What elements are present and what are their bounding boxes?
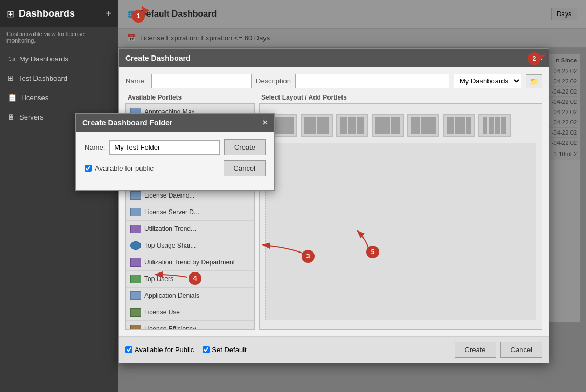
folder-select[interactable]: My Dashboards (454, 74, 521, 88)
desc-label: Description (256, 77, 291, 85)
portlet-label: License Daemo... (144, 192, 194, 199)
portlet-label: License Server D... (144, 208, 199, 216)
server-icon: 🖥 (8, 113, 15, 121)
portlet-item-application-denials[interactable]: Application Denials (126, 288, 254, 304)
sidebar-item-licenses[interactable]: 📋 Licenses (0, 88, 118, 107)
set-default-label: Set Default (212, 346, 246, 354)
folder-modal-header: Create Dashboard Folder × (76, 114, 274, 132)
footer-checks: Available for Public Set Default (125, 346, 247, 354)
grid-icon: ⊞ (8, 74, 14, 82)
dashboards-icon: ⊞ (6, 8, 15, 20)
portlet-item-license-use[interactable]: License Use (126, 304, 254, 321)
portlet-icon (130, 208, 141, 216)
layout-2col-equal[interactable] (301, 114, 333, 137)
portlet-icon (130, 275, 141, 283)
layout-options (265, 114, 536, 137)
available-for-public-label: Available for Public (135, 346, 194, 354)
folder-modal-body: Name: Create Available for public Cancel (76, 132, 274, 190)
modal-footer: Available for Public Set Default Create … (119, 336, 549, 363)
portlet-label: Utilization Trend... (144, 225, 196, 233)
create-dashboard-modal: Create Dashboard × Name Description My D… (118, 48, 549, 363)
sidebar: ⊞ Dashboards + Customizable view for lic… (0, 0, 118, 392)
cancel-dashboard-button[interactable]: Cancel (500, 342, 542, 358)
sidebar-header: ⊞ Dashboards + (0, 0, 118, 27)
modal-close-button[interactable]: × (538, 53, 542, 63)
modal-title: Create Dashboard (125, 54, 191, 62)
portlet-icon (130, 241, 141, 250)
portlet-item-utilization-dept[interactable]: Utilization Trend by Department (126, 254, 254, 271)
sidebar-title: Dashboards (19, 8, 75, 19)
folder-modal-close-button[interactable]: × (263, 118, 268, 128)
portlet-item-utilization-trend[interactable]: Utilization Trend... (126, 221, 254, 237)
folder-public-label: Available for public (95, 164, 154, 172)
folder-public-checkbox[interactable] (85, 165, 92, 172)
folder-action-buttons: Create (224, 139, 266, 155)
folder-name-input[interactable] (109, 140, 220, 155)
sidebar-item-label: Licenses (21, 94, 48, 102)
layout-4col[interactable] (478, 114, 511, 137)
dashboard-desc-input[interactable] (295, 74, 449, 88)
portlet-label: Application Denials (144, 292, 199, 299)
sidebar-item-test-dashboard[interactable]: ⊞ Test Dashboard (0, 68, 118, 88)
portlet-item-license-server[interactable]: License Server D... (126, 204, 254, 221)
folder-name-label: Name: (85, 143, 105, 151)
portlets-col-header: Available Portlets (128, 94, 257, 101)
portlet-label: Top Usage Shar... (144, 242, 196, 249)
name-label: Name (125, 77, 147, 85)
available-for-public-checkbox-label[interactable]: Available for Public (125, 346, 194, 354)
sidebar-item-label: Test Dashboard (18, 74, 67, 82)
portlet-icon (130, 308, 141, 317)
folder-icon: 🗂 (8, 54, 15, 63)
modal-col-headers: Available Portlets Select Layout / Add P… (125, 94, 542, 101)
layout-2col-wide-narrow[interactable] (372, 114, 404, 137)
modal-name-row: Name Description My Dashboards 📁 (125, 74, 542, 88)
portlet-icon (130, 258, 141, 267)
portlet-icon (130, 325, 141, 330)
portlet-label: License Efficiency (144, 325, 196, 330)
folder-name-row: Name: Create (85, 139, 266, 155)
add-dashboard-button[interactable]: + (106, 8, 112, 20)
portlet-item-license-efficiency[interactable]: License Efficiency (126, 321, 254, 330)
layout-2col-narrow-wide[interactable] (407, 114, 440, 137)
portlet-label: Top Users (144, 275, 173, 283)
portlet-label: License Use (144, 309, 180, 316)
portlet-item-top-usage[interactable]: Top Usage Shar... (126, 237, 254, 254)
layout-panel (259, 103, 542, 330)
dashboard-name-input[interactable] (151, 74, 252, 88)
license-icon: 📋 (8, 93, 17, 102)
set-default-checkbox-label[interactable]: Set Default (203, 346, 246, 354)
layout-3col[interactable] (336, 114, 368, 137)
available-for-public-checkbox[interactable] (125, 346, 132, 353)
portlet-icon (130, 291, 141, 300)
sidebar-subtitle: Customizable view for license monitoring… (0, 27, 118, 49)
create-dashboard-button[interactable]: Create (455, 342, 496, 358)
portlet-item-top-users[interactable]: Top Users (126, 271, 254, 288)
layout-col-header: Select Layout / Add Portlets (261, 94, 540, 101)
portlet-icon (130, 225, 141, 233)
create-folder-modal: Create Dashboard Folder × Name: Create A… (75, 113, 275, 191)
folder-browse-button[interactable]: 📁 (526, 74, 542, 88)
sidebar-item-my-dashboards[interactable]: 🗂 My Dashboards (0, 49, 118, 68)
folder-modal-title: Create Dashboard Folder (82, 118, 172, 127)
set-default-checkbox[interactable] (203, 346, 210, 353)
portlet-icon (130, 191, 141, 200)
sidebar-item-label: Servers (19, 113, 44, 121)
folder-cancel-button[interactable]: Cancel (224, 160, 266, 176)
modal-header: Create Dashboard × (119, 49, 549, 67)
sidebar-item-label: My Dashboards (19, 55, 68, 63)
folder-check-row: Available for public Cancel (85, 160, 266, 176)
modal-body: Name Description My Dashboards 📁 Availab… (119, 67, 549, 336)
layout-3col-variant[interactable] (443, 114, 475, 137)
portlet-label: Utilization Trend by Department (144, 258, 235, 266)
folder-create-button[interactable]: Create (224, 139, 266, 155)
footer-buttons: Create Cancel (455, 342, 543, 358)
